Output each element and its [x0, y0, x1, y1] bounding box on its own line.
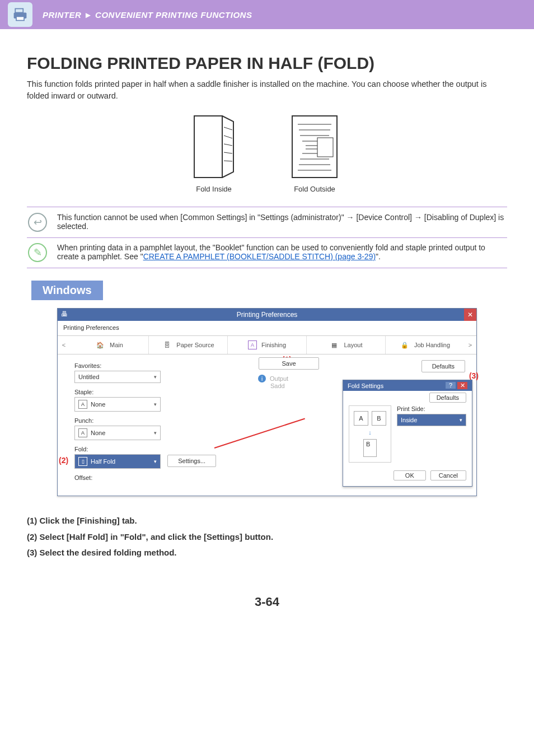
tab-strip: < 🏠 Main 🗄 Paper Source A Finishing ▦ La…	[58, 335, 476, 354]
arrow-down-icon: ↓	[368, 429, 372, 436]
save-button[interactable]: Save	[259, 357, 318, 370]
fold-outside-figure: Fold Outside	[287, 113, 343, 193]
svg-rect-2	[16, 17, 24, 21]
note-text-1: This function cannot be used when [Commo…	[57, 213, 506, 231]
fold-defaults-button[interactable]: Defaults	[429, 393, 466, 403]
content: FOLDING PRINTED PAPER IN HALF (FOLD) Thi…	[0, 29, 534, 561]
os-heading: Windows	[31, 281, 103, 300]
ok-button[interactable]: OK	[394, 470, 426, 480]
svg-rect-20	[317, 138, 333, 157]
col-right: Defaults	[353, 360, 465, 372]
callout-2: (2)	[59, 456, 68, 465]
back-arrow-icon: ↩	[28, 213, 47, 232]
pencil-icon: ✎	[28, 243, 47, 262]
printer-small-icon: 🖶	[61, 310, 68, 318]
punch-label: Punch:	[74, 417, 224, 424]
tab-paper-source[interactable]: 🗄 Paper Source	[148, 336, 227, 354]
svg-line-7	[224, 152, 232, 153]
finishing-icon: A	[248, 340, 257, 349]
cancel-button[interactable]: Cancel	[430, 470, 466, 480]
fold-dropdown[interactable]: ▯Half Fold ▾	[74, 454, 161, 469]
dialog-titlebar: 🖶 Printing Preferences ✕	[58, 309, 476, 321]
fold-settings-dialog: Fold Settings ? ✕ Defaults A B ↓ B	[343, 380, 472, 487]
svg-line-6	[224, 144, 232, 146]
callout-3: (3)	[469, 371, 479, 380]
dialog-wrapper: 🖶 Printing Preferences ✕ Printing Prefer…	[57, 308, 477, 496]
defaults-button[interactable]: Defaults	[421, 360, 465, 372]
step-3: (3) Select the desired folding method.	[27, 545, 507, 561]
preview-a: A	[354, 411, 368, 426]
note-disable-duplex: ↩ This function cannot be used when [Com…	[27, 207, 507, 238]
page-number: 3-64	[0, 595, 534, 609]
header-bar: PRINTER ► CONVENIENT PRINTING FUNCTIONS	[0, 0, 534, 29]
svg-rect-0	[15, 9, 23, 13]
lock-icon: 🔒	[400, 340, 410, 349]
tab-job-handling[interactable]: 🔒 Job Handling	[385, 336, 464, 354]
chevron-left-icon[interactable]: <	[58, 337, 70, 353]
tab-layout[interactable]: ▦ Layout	[306, 336, 385, 354]
tray-icon: 🗄	[162, 340, 172, 349]
close-icon[interactable]: ✕	[457, 382, 467, 389]
staple-label: Staple:	[74, 389, 224, 395]
step-2: (2) Select [Half Fold] in "Fold", and cl…	[27, 529, 507, 545]
fold-settings-button[interactable]: Settings...	[167, 455, 216, 467]
favorites-dropdown[interactable]: Untitled▾	[74, 371, 161, 383]
intro-text: This function folds printed paper in hal…	[27, 78, 507, 102]
preview-folded: B	[363, 439, 377, 457]
col-left: Favorites: Untitled▾ Staple: ANone ▾ P	[74, 360, 224, 487]
sadd-label: Sadd	[258, 382, 331, 389]
fold-preview: A B ↓ B	[349, 405, 391, 463]
grid-icon: ▦	[329, 340, 339, 349]
fold-outside-label: Fold Outside	[294, 185, 335, 193]
printer-icon	[8, 2, 32, 27]
output-label: Output	[270, 375, 288, 382]
breadcrumb-sep: ►	[84, 10, 92, 20]
breadcrumb: PRINTER ► CONVENIENT PRINTING FUNCTIONS	[43, 10, 252, 20]
tab-finishing[interactable]: A Finishing	[227, 336, 306, 354]
fold-inside-label: Fold Inside	[196, 185, 232, 193]
svg-line-5	[224, 136, 232, 138]
callout-line	[214, 418, 305, 449]
breadcrumb-section: PRINTER	[43, 10, 81, 20]
staple-dropdown[interactable]: ANone ▾	[74, 397, 161, 412]
print-side-dropdown[interactable]: Inside▾	[397, 414, 466, 426]
svg-line-8	[224, 161, 232, 161]
dialog-subtab[interactable]: Printing Preferences	[58, 321, 476, 331]
col-middle: Save i Output Sadd (3)	[247, 360, 331, 389]
page-icon: ▯	[78, 457, 87, 466]
note-text-2: When printing data in a pamphlet layout,…	[57, 243, 506, 261]
fold-figures: Fold Inside Fold Outside	[27, 113, 507, 193]
punch-dropdown[interactable]: ANone ▾	[74, 426, 161, 440]
favorites-label: Favorites:	[74, 362, 224, 369]
chevron-down-icon: ▾	[154, 402, 157, 407]
fold-outside-icon	[287, 113, 343, 180]
help-icon[interactable]: ?	[446, 382, 456, 389]
fold-inside-icon	[191, 113, 236, 180]
info-icon: i	[258, 375, 266, 382]
step-1: (1) Click the [Finishing] tab.	[27, 513, 507, 529]
chevron-down-icon: ▾	[154, 374, 157, 380]
offset-label: Offset:	[74, 474, 224, 481]
svg-rect-3	[194, 116, 222, 178]
tab-main[interactable]: 🏠 Main	[70, 336, 148, 354]
fold-inside-figure: Fold Inside	[191, 113, 236, 193]
chevron-down-icon: ▾	[154, 459, 157, 464]
preview-b: B	[372, 411, 386, 426]
step-list: (1) Click the [Finishing] tab. (2) Selec…	[27, 513, 507, 561]
home-icon: 🏠	[95, 340, 105, 349]
note-booklet: ✎ When printing data in a pamphlet layou…	[27, 237, 507, 268]
svg-line-4	[224, 127, 232, 130]
fold-label: Fold:	[74, 446, 224, 452]
pamphlet-link[interactable]: CREATE A PAMPHLET (BOOKLET/SADDLE STITCH…	[143, 252, 376, 261]
chevron-down-icon: ▾	[460, 417, 462, 423]
close-icon[interactable]: ✕	[464, 309, 476, 321]
print-side-label: Print Side:	[397, 405, 466, 412]
page-title: FOLDING PRINTED PAPER IN HALF (FOLD)	[27, 54, 507, 73]
chevron-down-icon: ▾	[154, 430, 157, 436]
fold-settings-titlebar: Fold Settings ? ✕	[343, 380, 472, 391]
dialog-title: Printing Preferences	[237, 311, 298, 319]
chevron-right-icon[interactable]: >	[464, 337, 476, 353]
breadcrumb-subsection: CONVENIENT PRINTING FUNCTIONS	[95, 10, 252, 20]
